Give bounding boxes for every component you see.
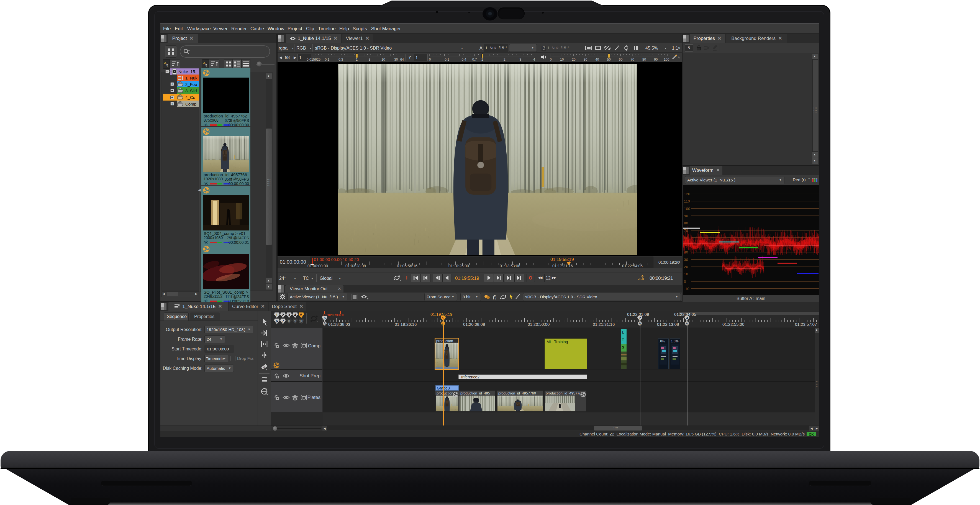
svg-text:): ) xyxy=(495,295,496,300)
svg-text:30: 30 xyxy=(684,258,688,262)
svg-text:-10: -10 xyxy=(684,287,689,291)
svg-text:I: I xyxy=(406,276,407,280)
svg-text:O: O xyxy=(529,276,532,280)
svg-text:20: 20 xyxy=(684,265,688,269)
svg-text:0: 0 xyxy=(684,279,686,284)
svg-text:12: 12 xyxy=(546,276,550,280)
svg-text:80: 80 xyxy=(684,221,688,225)
svg-text:10: 10 xyxy=(684,272,688,276)
svg-text:120: 120 xyxy=(684,192,690,196)
svg-text:90: 90 xyxy=(684,214,688,218)
svg-text:100: 100 xyxy=(684,207,690,211)
svg-text:01 00:00 00:00 10:50 20: 01 00:00 00:00 10:50 20 xyxy=(314,257,359,262)
svg-text:110: 110 xyxy=(684,199,690,203)
